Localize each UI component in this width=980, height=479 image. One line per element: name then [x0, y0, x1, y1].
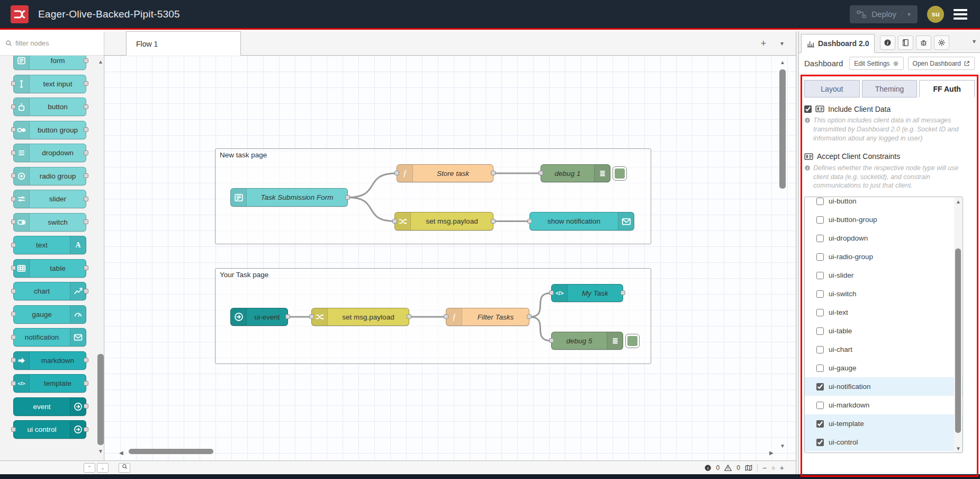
input-port[interactable]: [11, 127, 16, 132]
node-type-checkbox-ui-radio-group[interactable]: [816, 253, 824, 261]
input-port[interactable]: [11, 104, 16, 109]
output-port[interactable]: [84, 81, 88, 86]
canvas-scroll-down-icon[interactable]: ▼: [780, 443, 785, 449]
input-port[interactable]: [11, 427, 16, 432]
palette-node-ui-control[interactable]: ui control: [13, 420, 86, 439]
navigator-map-icon[interactable]: [745, 464, 752, 472]
sidebar-collapse-caret-icon[interactable]: ▾: [973, 38, 976, 45]
user-avatar[interactable]: su: [927, 6, 944, 23]
input-port[interactable]: [11, 358, 16, 362]
palette-node-switch[interactable]: switch: [13, 213, 86, 232]
input-port[interactable]: [11, 197, 16, 201]
zoom-reset-icon[interactable]: ○: [771, 464, 775, 472]
node-type-row-ui-button-group[interactable]: ui-button-group: [805, 210, 963, 229]
input-port[interactable]: [11, 243, 16, 247]
tab-dashboard-2[interactable]: Dashboard 2.0: [801, 34, 875, 53]
info-tab-button[interactable]: i: [880, 36, 895, 50]
node-type-row-ui-template[interactable]: ui-template: [805, 414, 963, 433]
warning-count-icon[interactable]: [724, 464, 732, 472]
flow-node-debug5[interactable]: debug 5: [551, 332, 623, 350]
palette-search[interactable]: [0, 31, 104, 56]
palette-node-template[interactable]: </>template: [13, 374, 86, 393]
error-count-icon[interactable]: i: [704, 464, 712, 472]
output-port[interactable]: [527, 314, 532, 319]
flow-node-store[interactable]: ƒStore task: [397, 164, 493, 182]
palette-scroll-down-icon[interactable]: ▼: [98, 449, 103, 454]
input-port[interactable]: [538, 171, 543, 175]
flow-tab[interactable]: Flow 1: [126, 31, 241, 56]
list-scroll-down-icon[interactable]: ▼: [956, 446, 961, 451]
output-port[interactable]: [84, 219, 88, 224]
node-type-row-ui-markdown[interactable]: ui-markdown: [805, 396, 963, 414]
palette-node-dropdown[interactable]: dropdown: [13, 144, 86, 162]
node-type-row-ui-radio-group[interactable]: ui-radio-group: [805, 247, 963, 266]
output-port[interactable]: [285, 314, 290, 319]
input-port[interactable]: [11, 381, 16, 386]
output-port[interactable]: [84, 104, 88, 109]
input-port[interactable]: [11, 81, 16, 86]
input-port[interactable]: [11, 335, 16, 340]
canvas-scroll-left-icon[interactable]: ◀: [119, 450, 123, 456]
input-port[interactable]: [394, 171, 399, 175]
palette-node-table[interactable]: table: [13, 259, 86, 278]
input-port[interactable]: [11, 312, 16, 316]
output-port[interactable]: [84, 197, 88, 201]
zoom-out-icon[interactable]: −: [762, 464, 767, 472]
flow-node-tsf[interactable]: Task Submission Form: [230, 188, 348, 207]
input-port[interactable]: [309, 314, 314, 319]
node-type-row-ui-chart[interactable]: ui-chart: [805, 340, 963, 359]
deploy-button[interactable]: Deploy ▾: [850, 5, 918, 23]
node-type-checkbox-ui-text[interactable]: [816, 309, 824, 316]
palette-node-form[interactable]: form: [13, 56, 86, 70]
node-type-checkbox-ui-notification[interactable]: [816, 383, 824, 391]
output-port[interactable]: [345, 195, 350, 200]
flow-node-change2[interactable]: set msg.payload: [311, 308, 409, 326]
palette-node-notification[interactable]: notification: [13, 328, 86, 347]
output-port[interactable]: [84, 289, 88, 294]
subtab-ff-auth[interactable]: FF Auth: [919, 80, 975, 97]
output-port[interactable]: [84, 58, 88, 63]
output-port[interactable]: [84, 358, 88, 362]
palette-node-event[interactable]: event: [13, 397, 86, 416]
input-port[interactable]: [444, 314, 448, 319]
output-port[interactable]: [491, 171, 496, 175]
input-port[interactable]: [549, 290, 554, 295]
flow-node-uievent[interactable]: ui-event: [230, 308, 288, 326]
canvas-scroll-right-icon[interactable]: ▶: [769, 450, 774, 456]
palette-node-radio-group[interactable]: radio group: [13, 167, 86, 185]
palette-node-button[interactable]: button: [13, 97, 86, 116]
flow-node-change1[interactable]: set msg.payload: [394, 212, 493, 230]
include-client-data-checkbox[interactable]: [804, 105, 812, 113]
node-type-row-ui-button[interactable]: ui-button: [805, 197, 963, 210]
flow-node-debug1[interactable]: debug 1: [541, 164, 610, 182]
palette-filter-input[interactable]: [15, 39, 79, 47]
palette-node-text[interactable]: textA: [13, 236, 86, 254]
palette-node-markdown[interactable]: markdown: [13, 351, 86, 370]
input-port[interactable]: [11, 150, 16, 155]
canvas-horizontal-scrollbar[interactable]: [129, 449, 213, 454]
canvas-scroll-up-icon[interactable]: ▲: [780, 60, 785, 65]
flow-node-filter[interactable]: ƒFilter Tasks: [446, 308, 529, 326]
edit-settings-button[interactable]: Edit Settings: [849, 57, 903, 70]
node-type-row-ui-dropdown[interactable]: ui-dropdown: [805, 229, 963, 247]
output-port[interactable]: [84, 150, 88, 155]
debug-toggle-button[interactable]: [625, 334, 640, 348]
node-type-checkbox-ui-button[interactable]: [816, 198, 824, 205]
output-port[interactable]: [84, 404, 88, 409]
node-type-row-ui-notification[interactable]: ui-notification: [805, 377, 963, 396]
flow-list-caret-icon[interactable]: ▾: [777, 37, 787, 50]
canvas-vertical-scrollbar[interactable]: [779, 69, 786, 189]
output-port[interactable]: [84, 127, 88, 132]
input-port[interactable]: [549, 338, 554, 343]
input-port[interactable]: [11, 289, 16, 294]
output-port[interactable]: [84, 173, 88, 178]
debug-tab-button[interactable]: [916, 36, 931, 50]
collapse-groups-button[interactable]: ⌃: [84, 463, 95, 473]
input-port[interactable]: [527, 219, 532, 224]
node-type-row-ui-gauge[interactable]: ui-gauge: [805, 359, 963, 377]
zoom-in-icon[interactable]: +: [780, 464, 784, 472]
palette-node-button-group[interactable]: button group: [13, 121, 86, 139]
palette-scrollbar[interactable]: [97, 354, 104, 445]
input-port[interactable]: [11, 219, 16, 224]
open-dashboard-button[interactable]: Open Dashboard: [908, 57, 975, 70]
